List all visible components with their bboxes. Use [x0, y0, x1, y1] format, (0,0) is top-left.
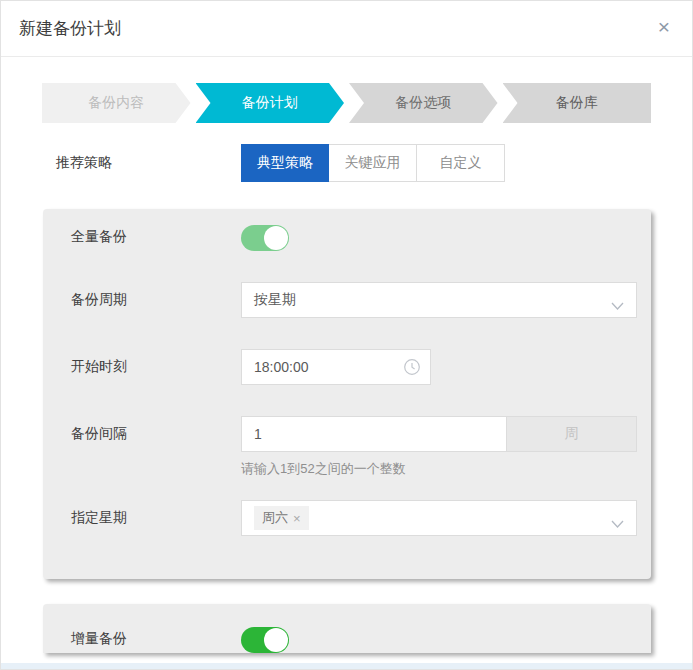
- backup-interval-row: 备份间隔 周 请输入1到52之间的一个整数: [57, 416, 637, 478]
- start-time-label: 开始时刻: [57, 349, 241, 376]
- strategy-custom-button[interactable]: 自定义: [417, 144, 505, 182]
- step-backup-repository[interactable]: 备份库: [503, 83, 652, 123]
- weekday-tag-label: 周六: [262, 509, 288, 527]
- chevron-down-icon: [611, 297, 624, 315]
- dialog-title: 新建备份计划: [19, 17, 121, 40]
- backup-cycle-row: 备份周期 按星期: [57, 282, 637, 318]
- start-time-row: 开始时刻: [57, 349, 637, 385]
- toggle-knob: [264, 628, 288, 652]
- clock-icon[interactable]: [403, 358, 421, 380]
- full-backup-toggle[interactable]: [241, 225, 289, 251]
- interval-unit-addon: 周: [507, 416, 637, 452]
- dialog-header: 新建备份计划 ×: [1, 1, 692, 57]
- toggle-knob: [264, 226, 288, 250]
- interval-hint-text: 请输入1到52之间的一个整数: [241, 460, 637, 478]
- step-label: 备份内容: [88, 94, 144, 112]
- weekday-row: 指定星期 周六 ×: [57, 500, 637, 577]
- window-bottom-edge: [1, 663, 692, 669]
- weekday-label: 指定星期: [57, 500, 241, 527]
- weekday-multiselect[interactable]: 周六 ×: [241, 500, 637, 536]
- full-backup-label: 全量备份: [57, 225, 241, 246]
- close-icon[interactable]: ×: [648, 11, 680, 43]
- incremental-backup-panel: 增量备份: [43, 604, 651, 653]
- recommended-strategy-row: 推荐策略 典型策略 关键应用 自定义: [1, 144, 692, 182]
- step-label: 备份计划: [242, 94, 298, 112]
- recommended-strategy-label: 推荐策略: [1, 154, 241, 172]
- backup-interval-input[interactable]: [241, 416, 507, 452]
- new-backup-plan-dialog: 新建备份计划 × 备份内容 备份计划 备份选项 备份库 推荐策略 典型策略 关键…: [0, 0, 693, 670]
- step-backup-content[interactable]: 备份内容: [42, 83, 191, 123]
- strategy-button-group: 典型策略 关键应用 自定义: [241, 144, 505, 182]
- backup-cycle-value: 按星期: [254, 291, 296, 309]
- step-wizard: 备份内容 备份计划 备份选项 备份库: [42, 83, 651, 123]
- chevron-down-icon: [611, 515, 624, 533]
- backup-cycle-label: 备份周期: [57, 282, 241, 309]
- full-backup-panel: 全量备份 备份周期 按星期 开始时刻: [43, 209, 651, 579]
- step-label: 备份库: [556, 94, 598, 112]
- incremental-backup-toggle-row: 增量备份: [57, 627, 637, 653]
- strategy-typical-button[interactable]: 典型策略: [241, 144, 329, 182]
- strategy-critical-app-button[interactable]: 关键应用: [329, 144, 417, 182]
- incremental-backup-label: 增量备份: [57, 627, 241, 648]
- incremental-backup-toggle[interactable]: [241, 627, 289, 653]
- weekday-tag: 周六 ×: [254, 506, 309, 530]
- step-label: 备份选项: [395, 94, 451, 112]
- step-backup-options[interactable]: 备份选项: [349, 83, 498, 123]
- backup-cycle-select[interactable]: 按星期: [241, 282, 637, 318]
- tag-remove-icon[interactable]: ×: [293, 511, 301, 526]
- full-backup-toggle-row: 全量备份: [57, 225, 637, 251]
- backup-interval-label: 备份间隔: [57, 416, 241, 443]
- step-backup-plan[interactable]: 备份计划: [196, 83, 345, 123]
